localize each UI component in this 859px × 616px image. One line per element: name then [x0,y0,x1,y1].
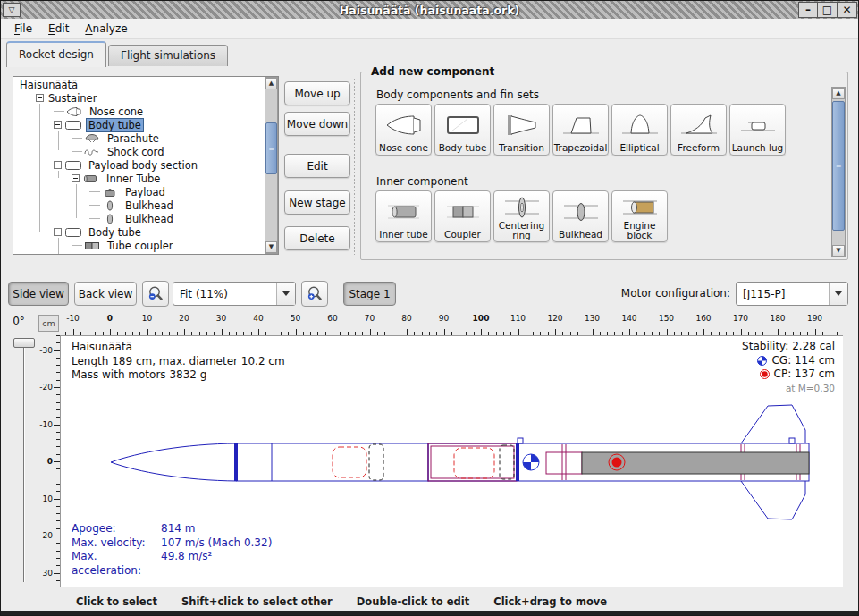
window-title: Haisunäätä (haisunaata.ork) [1,4,858,17]
inner-tube-outline[interactable] [500,445,514,479]
zoom-in-button[interactable] [301,281,328,307]
ruler-tick [481,329,482,335]
tree-item-sustainer[interactable]: Sustainer [14,91,264,105]
tree-item-bulkhead[interactable]: Bulkhead [14,252,264,253]
tree-item-label: Sustainer [46,92,98,105]
move-down-button[interactable]: Move down [284,112,350,136]
tree-item-bulkhead[interactable]: Bulkhead [14,212,264,225]
edit-button[interactable]: Edit [284,154,350,178]
launch-lug[interactable] [789,438,795,443]
tree-connector [89,218,100,219]
component-button-label: Body tube [439,143,487,153]
cg-icon [757,356,767,366]
tree-item-payload[interactable]: Payload [14,185,264,198]
tree-item-parachute[interactable]: Parachute [14,131,264,145]
ruler-label: 110 [510,314,526,323]
tree-scrollbar-thumb[interactable]: ≡ [265,122,277,174]
tree-item-payload-body-section[interactable]: Payload body section [14,158,264,172]
ruler-tick [815,329,816,335]
title-bar[interactable]: Haisunäätä (haisunaata.ork) ▽ – □ ✕ [1,1,858,19]
close-icon[interactable]: ✕ [838,2,857,18]
tab-rocket-design[interactable]: Rocket design [6,41,106,67]
scroll-down-icon[interactable]: ▼ [265,241,277,253]
scroll-up-icon[interactable]: ▲ [832,88,845,99]
tree-scrollbar[interactable]: ▲ ▼ ≡ [265,77,278,254]
tree-expander-icon[interactable] [54,161,62,169]
status-hint: Shift+click to select other [181,595,333,608]
flight-stat-row: Max. velocity:107 m/s (Mach 0.32) [72,536,272,551]
component-row-0: Nose coneBody tubeTransitionTrapezoidalE… [375,104,786,156]
tree-expander-icon[interactable] [72,174,80,182]
ruler-label: 50 [291,314,300,323]
tree-connector [72,245,82,246]
tree-expander-icon[interactable] [36,94,44,102]
tree-expander-icon[interactable] [54,228,62,236]
payload-outline[interactable] [454,448,494,478]
side-view-button[interactable]: Side view [8,282,69,306]
tree-expander-icon[interactable] [54,121,62,129]
add-bulkhead-button[interactable]: Bulkhead [552,190,609,242]
tree-item-body-tube[interactable]: Body tube [14,118,264,131]
splitter-handle[interactable] [353,78,356,255]
stage-1-toggle[interactable]: Stage 1 [343,282,396,306]
tab-flight-simulations[interactable]: Flight simulations [108,45,228,66]
launch-lug[interactable] [518,438,523,443]
tree-item-shock-cord[interactable]: Shock cord [14,145,264,158]
tree-item-bulkhead[interactable]: Bulkhead [14,198,264,212]
tree-item-tube-coupler[interactable]: Tube coupler [14,239,264,252]
add-launch-lug-button[interactable]: Launch lug [729,104,786,156]
component-button-label: Engine block [624,221,656,240]
add-coupler-button[interactable]: Coupler [434,190,491,242]
ruler-label: 0 [47,457,53,466]
scroll-down-icon[interactable]: ▼ [832,245,845,257]
zoom-out-button[interactable] [142,281,169,307]
ruler-label: 30 [216,314,226,323]
body-tube-icon [64,120,82,131]
new-stage-button[interactable]: New stage [284,190,350,215]
scroll-up-icon[interactable]: ▲ [265,78,277,89]
window-menu-icon[interactable]: ▽ [3,3,21,17]
ruler-label: -30 [39,346,53,355]
minimize-icon[interactable]: – [798,2,818,18]
component-scrollbar[interactable]: ▲ ▼ ≡ [831,87,846,257]
tree-item-inner-tube[interactable]: Inner Tube [14,172,264,185]
bulkhead-line[interactable] [516,443,519,481]
rocket-mass: Mass with motors 3832 g [72,368,285,383]
tree-item-body-tube[interactable]: Body tube [14,225,264,239]
component-button-label: Centering ring [499,221,545,240]
motor-mount-tube[interactable] [546,452,582,474]
payload-body-section[interactable] [428,443,517,481]
parachute-outline[interactable] [333,447,366,477]
add-body-tube-button[interactable]: Body tube [434,104,491,156]
tree-item-haisun-t[interactable]: Haisunäätä [14,78,264,91]
zoom-level-select[interactable]: Fit (11%) [173,282,296,306]
move-up-button[interactable]: Move up [284,81,350,105]
menu-edit[interactable]: Edit [40,21,77,37]
menu-analyze[interactable]: Analyze [77,21,135,37]
rotation-slider[interactable] [13,338,35,348]
add-transition-button[interactable]: Transition [493,104,550,156]
add-freeform-button[interactable]: Freeform [670,104,727,156]
ruler-label: 80 [401,314,411,323]
component-tree: HaisunäätäSustainerNose coneBody tubePar… [13,76,279,255]
maximize-icon[interactable]: □ [818,2,838,18]
back-view-button[interactable]: Back view [74,282,137,306]
add-elliptical-button[interactable]: Elliptical [611,104,668,156]
menu-file[interactable]: File [6,21,40,37]
tree-connector [89,205,100,206]
delete-button[interactable]: Delete [284,226,350,250]
cp-value: CP: 137 cm [774,367,835,382]
add-engine-block-button[interactable]: Engine block [611,190,668,242]
rocket-view-canvas[interactable]: Haisunäätä Length 189 cm, max. diameter … [60,335,843,587]
launch-lug-icon [737,107,779,143]
ruler-tick [54,536,60,536]
tree-item-nose-cone[interactable]: Nose cone [14,105,264,118]
shock-cord-outline[interactable] [369,444,383,480]
zoom-level-value: Fit (11%) [173,288,276,300]
component-scrollbar-thumb[interactable]: ≡ [832,101,845,231]
add-nose-cone-button[interactable]: Nose cone [375,104,432,156]
add-inner-tube-button[interactable]: Inner tube [375,190,432,242]
motor-configuration-select[interactable]: [J115-P] [736,282,848,306]
add-trapezoidal-button[interactable]: Trapezoidal [552,104,609,156]
add-centering-ring-button[interactable]: Centering ring [493,190,550,242]
